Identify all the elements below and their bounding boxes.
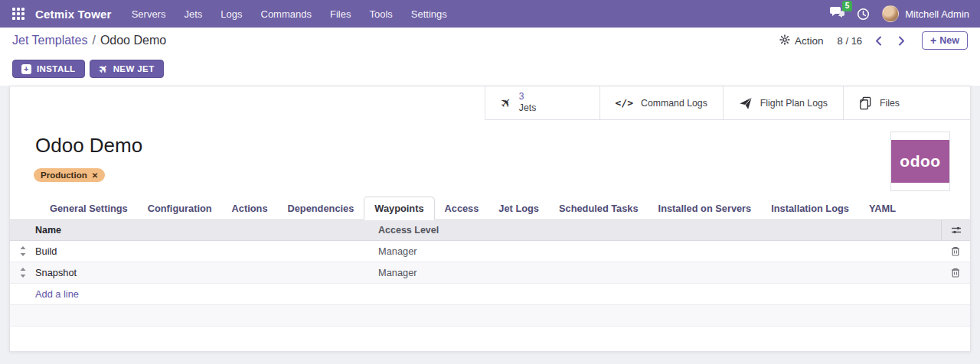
column-header-access-level[interactable]: Access Level: [378, 225, 941, 236]
nav-item-settings[interactable]: Settings: [402, 2, 456, 27]
version-tag-label: Production: [41, 171, 87, 180]
odoo-logo-text: odoo: [900, 152, 940, 171]
table-header-row: Name Access Level: [10, 220, 970, 241]
apps-grid-icon[interactable]: [11, 6, 26, 21]
tab-installation-logs[interactable]: Installation Logs: [761, 197, 859, 219]
stat-button-box: ✈ 3 Jets </> Command Logs Flight Plan Lo…: [10, 86, 970, 120]
stat-button-files[interactable]: Files: [843, 86, 970, 120]
pager-next-button[interactable]: [894, 34, 908, 47]
install-button-label: INSTALL: [37, 64, 76, 73]
code-icon: </>: [616, 97, 633, 109]
nav-item-logs[interactable]: Logs: [211, 2, 251, 27]
gear-icon: [779, 34, 790, 47]
tag-remove-icon[interactable]: ✕: [92, 171, 98, 180]
breadcrumb-parent-link[interactable]: Jet Templates: [12, 34, 87, 47]
navbar-left: Cetmix Tower: [11, 6, 112, 21]
navbar-right: 5 Mitchell Admin: [830, 5, 969, 22]
action-menu-label: Action: [795, 35, 824, 47]
page-background: ✈ 3 Jets </> Command Logs Flight Plan Lo…: [0, 86, 980, 364]
tab-scheduled-tasks[interactable]: Scheduled Tasks: [549, 197, 648, 219]
new-jet-button-label: NEW JET: [113, 64, 155, 73]
tab-waypoints[interactable]: Waypoints: [364, 197, 434, 220]
tab-access[interactable]: Access: [435, 197, 489, 219]
tab-general-settings[interactable]: General Settings: [40, 197, 138, 219]
user-menu[interactable]: Mitchell Admin: [882, 5, 969, 22]
waypoint-name-cell[interactable]: Snapshot: [35, 267, 378, 278]
breadcrumb: Jet Templates / Odoo Demo: [12, 34, 166, 47]
control-panel-right: Action 8 / 16 + New: [779, 31, 968, 50]
breadcrumb-current: Odoo Demo: [100, 34, 166, 47]
odoo-logo: odoo: [891, 140, 949, 183]
add-line-row: Add a line: [10, 284, 970, 305]
version-tag[interactable]: Production ✕: [34, 168, 105, 182]
tab-yaml[interactable]: YAML: [859, 197, 906, 219]
jets-count: 3: [519, 91, 537, 102]
files-label: Files: [880, 98, 900, 109]
record-action-bar: + INSTALL ✈ NEW JET: [0, 54, 980, 86]
flight-plan-logs-label: Flight Plan Logs: [760, 98, 828, 109]
stat-button-jets[interactable]: ✈ 3 Jets: [485, 86, 599, 120]
stat-button-flight-plan-logs[interactable]: Flight Plan Logs: [723, 86, 843, 120]
tab-dependencies[interactable]: Dependencies: [278, 197, 364, 219]
messages-count-badge: 5: [842, 1, 853, 11]
waypoints-table: Name Access Level Build Manager: [10, 220, 970, 327]
user-name: Mitchell Admin: [905, 8, 969, 20]
new-button-label: New: [939, 35, 959, 46]
tab-jet-logs[interactable]: Jet Logs: [488, 197, 549, 219]
record-image[interactable]: odoo: [890, 132, 950, 191]
paper-plane-icon: [739, 96, 753, 110]
jet-icon: ✈: [496, 93, 515, 112]
breadcrumb-separator: /: [92, 34, 95, 47]
activities-clock-icon[interactable]: [857, 8, 870, 21]
notebook-tabs: General Settings Configuration Actions D…: [10, 197, 970, 220]
empty-row: [10, 305, 970, 327]
jets-label: Jets: [519, 102, 537, 114]
add-a-line-link[interactable]: Add a line: [35, 288, 378, 300]
tab-configuration[interactable]: Configuration: [138, 197, 222, 219]
files-copy-icon: [859, 96, 872, 110]
waypoint-access-cell[interactable]: Manager: [378, 267, 941, 278]
table-row[interactable]: Snapshot Manager: [10, 262, 970, 284]
drag-handle-icon[interactable]: [20, 268, 26, 278]
delete-row-icon[interactable]: [951, 268, 960, 278]
delete-row-icon[interactable]: [951, 246, 960, 256]
plus-square-icon: +: [21, 64, 31, 74]
nav-item-servers[interactable]: Servers: [122, 2, 175, 27]
record-pager: 8 / 16: [838, 34, 909, 47]
app-brand[interactable]: Cetmix Tower: [35, 8, 112, 21]
tab-installed-on-servers[interactable]: Installed on Servers: [648, 197, 762, 219]
table-row[interactable]: Build Manager: [10, 241, 970, 262]
nav-item-jets[interactable]: Jets: [175, 2, 211, 27]
drag-handle-icon[interactable]: [20, 246, 26, 256]
pager-previous-button[interactable]: [871, 34, 885, 47]
column-header-name[interactable]: Name: [35, 225, 378, 236]
form-sheet: ✈ 3 Jets </> Command Logs Flight Plan Lo…: [9, 86, 971, 352]
command-logs-label: Command Logs: [641, 98, 707, 109]
new-jet-button[interactable]: ✈ NEW JET: [90, 60, 164, 78]
install-button[interactable]: + INSTALL: [12, 60, 85, 78]
tab-actions[interactable]: Actions: [222, 197, 278, 219]
nav-item-files[interactable]: Files: [321, 2, 360, 27]
tag-row: Production ✕: [34, 167, 970, 182]
control-panel: Jet Templates / Odoo Demo Action 8 / 16 …: [0, 28, 980, 54]
plus-icon: +: [930, 35, 936, 46]
pager-count: 8 / 16: [838, 35, 863, 47]
navbar-menu: Servers Jets Logs Commands Files Tools S…: [122, 2, 456, 27]
top-navbar: Cetmix Tower Servers Jets Logs Commands …: [0, 0, 980, 28]
user-avatar: [882, 5, 899, 22]
nav-item-commands[interactable]: Commands: [252, 2, 321, 27]
plane-icon: ✈: [96, 62, 109, 76]
record-title: Odoo Demo: [35, 134, 970, 158]
messages-button[interactable]: 5: [830, 6, 844, 21]
new-record-button[interactable]: + New: [922, 31, 968, 50]
optional-columns-icon[interactable]: [951, 226, 962, 235]
nav-item-tools[interactable]: Tools: [360, 2, 401, 27]
waypoint-access-cell[interactable]: Manager: [378, 245, 941, 257]
waypoint-name-cell[interactable]: Build: [35, 245, 378, 257]
action-menu-button[interactable]: Action: [779, 34, 824, 47]
stat-button-command-logs[interactable]: </> Command Logs: [599, 86, 723, 120]
